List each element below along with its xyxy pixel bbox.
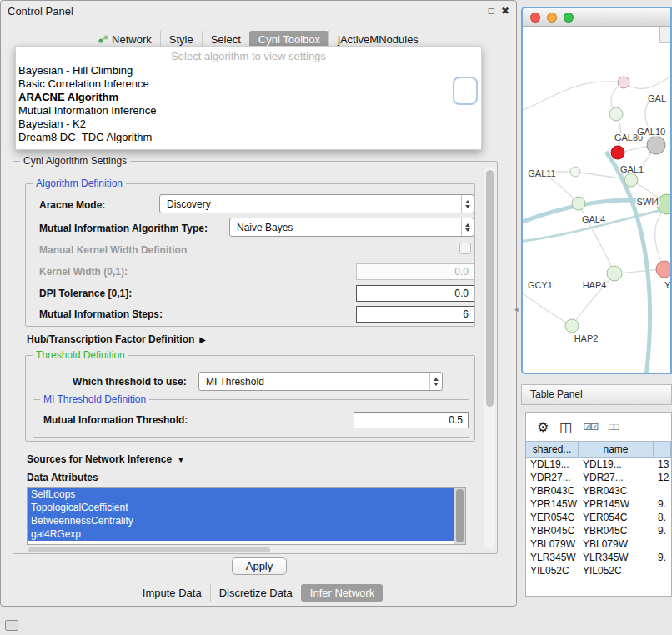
mi-threshold-field[interactable]: 0.5 — [354, 412, 469, 428]
attributes-hscrollbar[interactable] — [27, 547, 466, 553]
hub-definition-toggle[interactable]: Hub/Transcription Factor Definition ▶ — [27, 333, 206, 345]
hub-definition-label: Hub/Transcription Factor Definition — [27, 333, 194, 345]
algorithm-definition-group: Algorithm Definition Aracne Mode: Discov… — [25, 183, 475, 327]
table-row[interactable]: YER054CYER054C8. — [526, 511, 671, 524]
network-node-label: GCY1 — [528, 280, 553, 290]
attribute-item-topologicalcoefficient[interactable]: TopologicalCoefficient — [28, 501, 454, 514]
network-node-gal10[interactable] — [647, 136, 665, 154]
attribute-item-selfloops[interactable]: SelfLoops — [28, 488, 454, 501]
table-row[interactable]: YBR045CYBR045C9. — [526, 524, 671, 538]
kernel-width-field[interactable]: 0.0 — [356, 263, 474, 280]
mi-threshold-group-title: MI Threshold Definition — [40, 393, 149, 405]
tab-infer-network[interactable]: Infer Network — [301, 584, 383, 602]
table-header-row: shared...name — [526, 441, 671, 458]
zoom-light-icon[interactable] — [564, 12, 574, 22]
network-node[interactable] — [609, 108, 623, 121]
table-cell: YDL19... — [579, 458, 654, 471]
mi-type-select[interactable]: Naive Bayes — [229, 218, 474, 237]
network-node-label: SWI4 — [637, 197, 659, 207]
tab-label: jActiveMNodules — [338, 33, 419, 46]
threshold-definition-group: Threshold Definition Which threshold to … — [25, 355, 475, 442]
close-icon[interactable]: ✖ — [501, 5, 509, 17]
which-threshold-select[interactable]: MI Threshold — [198, 372, 443, 391]
table-cell: YBR043C — [579, 484, 654, 498]
network-node[interactable] — [607, 266, 622, 281]
table-cell — [654, 538, 671, 551]
network-node-label: GAL — [648, 93, 666, 103]
column-header-name[interactable]: name — [579, 442, 654, 457]
network-canvas[interactable]: GALGAL80GAL10GAL11GAL1SWI4GAL4GCY1HAP4YH… — [523, 27, 670, 373]
network-node[interactable] — [618, 77, 629, 88]
network-node-label: GAL4 — [582, 214, 605, 224]
mi-steps-field[interactable]: 6 — [356, 306, 474, 322]
network-node-gal1[interactable] — [624, 173, 638, 187]
network-window-titlebar — [523, 8, 670, 27]
table-cell: YER054C — [579, 511, 654, 524]
table-row[interactable]: YDR27...YDR27...12 — [526, 471, 671, 484]
tab-label: Network — [112, 33, 152, 46]
algorithm-option-basic-correlation-inference[interactable]: Basic Correlation Inference — [16, 78, 481, 91]
table-cell: 9. — [654, 551, 671, 564]
algorithm-definition-title: Algorithm Definition — [33, 178, 126, 189]
network-node[interactable] — [656, 261, 670, 278]
tab-impute-data[interactable]: Impute Data — [134, 584, 210, 602]
stepper-icon — [461, 195, 474, 212]
float-icon[interactable]: □ — [489, 5, 494, 17]
attribute-item-betweennesscentrality[interactable]: BetweennessCentrality — [28, 514, 454, 528]
table-row[interactable]: YBL079WYBL079W — [526, 538, 671, 551]
table-row[interactable]: YDL19...YDL19...13 — [526, 458, 671, 471]
settings-group-title: Cyni Algorithm Settings — [20, 155, 130, 167]
close-light-icon[interactable] — [530, 12, 540, 22]
mi-type-value: Naive Bayes — [230, 222, 461, 233]
table-cell: YER054C — [526, 511, 579, 524]
network-node-hap2[interactable] — [565, 319, 579, 332]
table-row[interactable]: YLR345WYLR345W9. — [526, 551, 671, 564]
mi-steps-label: Mutual Information Steps: — [39, 308, 163, 320]
columns-icon[interactable]: ◫ — [559, 419, 572, 435]
panel-divider-handle[interactable]: ◂ — [514, 305, 519, 313]
table-row[interactable]: YIL052CYIL052C — [526, 564, 671, 578]
minimize-light-icon[interactable] — [547, 12, 557, 22]
algorithm-option-aracne-algorithm[interactable]: ARACNE Algorithm — [16, 91, 481, 104]
tab-discretize-data[interactable]: Discretize Data — [210, 584, 301, 602]
dpi-tolerance-field[interactable]: 0.0 — [356, 285, 474, 302]
table-panel-window: ⚙ ◫ ☑☑ □□ shared...name YDL19...YDL19...… — [525, 412, 672, 597]
network-node[interactable] — [611, 146, 624, 159]
table-cell: YPR145W — [579, 498, 654, 511]
algorithm-option-dream8-dc-tdc-algorithm[interactable]: Dream8 DC_TDC Algorithm — [16, 131, 481, 144]
table-cell: 8. — [654, 511, 671, 524]
table-cell: YLR345W — [579, 551, 654, 564]
sources-toggle[interactable]: Sources for Network Inference ▼ — [27, 453, 185, 465]
manual-kernel-checkbox[interactable] — [459, 242, 471, 254]
table-cell: YLR345W — [526, 551, 579, 564]
network-node-gal4[interactable] — [572, 197, 585, 210]
aracne-mode-select[interactable]: Discovery — [159, 194, 474, 213]
threshold-definition-title: Threshold Definition — [33, 349, 128, 361]
select-unchecked-icon[interactable]: □□ — [609, 422, 618, 432]
column-header-3[interactable] — [654, 442, 671, 457]
settings-scrollbar[interactable] — [484, 167, 495, 548]
network-node[interactable] — [570, 167, 580, 177]
panel-dock-icon[interactable] — [5, 620, 18, 631]
column-header-shared-[interactable]: shared... — [526, 442, 579, 457]
attributes-scrollbar[interactable] — [454, 488, 465, 544]
network-scrollbar-stub[interactable] — [659, 27, 670, 43]
algorithm-dropdown-popup: Select algorithm to view settings Bayesi… — [15, 46, 482, 150]
algorithm-option-bayesian-hill-climbing[interactable]: Bayesian - Hill Climbing — [16, 64, 481, 78]
aracne-mode-label: Aracne Mode: — [39, 199, 105, 211]
network-node-label: GAL1 — [620, 164, 644, 174]
table-row[interactable]: YBR043CYBR043C — [526, 484, 671, 498]
gear-icon[interactable]: ⚙ — [537, 419, 549, 435]
tab-label: Style — [169, 33, 193, 46]
table-row[interactable]: YPR145WYPR145W9. — [526, 498, 671, 511]
stepper-icon — [429, 372, 442, 390]
attribute-item-gal4rgexp[interactable]: gal4RGexp — [28, 528, 454, 541]
table-cell: YPR145W — [526, 498, 579, 511]
apply-button[interactable]: Apply — [232, 558, 287, 575]
select-checked-icon[interactable]: ☑☑ — [583, 422, 598, 432]
algorithm-option-mutual-information-inference[interactable]: Mutual Information Inference — [16, 104, 481, 118]
window-title: Control Panel — [8, 5, 482, 18]
algorithm-option-bayesian-k2[interactable]: Bayesian - K2 — [16, 118, 481, 131]
data-attributes-list: SelfLoopsTopologicalCoefficientBetweenne… — [27, 487, 466, 545]
kernel-width-label: Kernel Width (0,1): — [39, 266, 128, 278]
